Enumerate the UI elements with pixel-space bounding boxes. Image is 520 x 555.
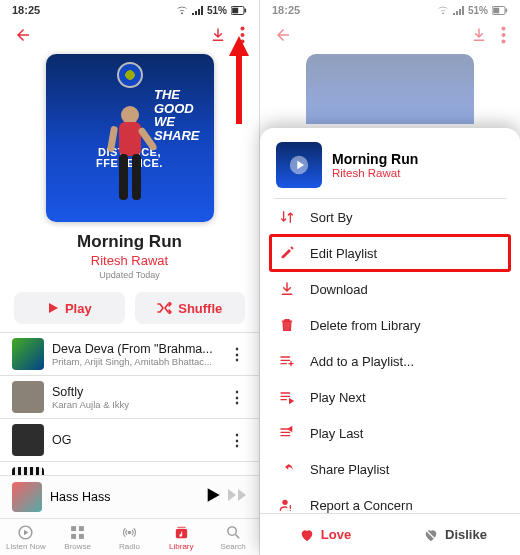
- nav-label: Search: [220, 542, 245, 551]
- more-button[interactable]: [240, 26, 245, 44]
- status-right: 51%: [437, 5, 508, 16]
- sheet-header: Morning Run Ritesh Rawat: [260, 128, 520, 198]
- nav-browse[interactable]: Browse: [52, 519, 104, 555]
- play-label: Play: [65, 301, 92, 316]
- love-label: Love: [321, 527, 351, 542]
- play-controls: Play Shuffle: [14, 292, 245, 324]
- back-button[interactable]: [14, 26, 32, 44]
- nav-label: Library: [169, 542, 193, 551]
- playlist-header: [0, 20, 259, 48]
- share-icon: [278, 461, 296, 477]
- cover-text: SHARE: [154, 129, 200, 143]
- play-next-icon: [278, 389, 296, 405]
- battery-icon: [231, 6, 247, 15]
- love-button[interactable]: Love: [260, 514, 390, 555]
- cover-text: GOOD: [154, 102, 200, 116]
- menu-delete[interactable]: Delete from Library: [260, 307, 520, 343]
- track-title: OG: [52, 433, 219, 447]
- mini-next-button[interactable]: [227, 488, 247, 506]
- dislike-button[interactable]: Dislike: [390, 514, 520, 555]
- wifi-icon: [176, 6, 188, 15]
- track-title: Deva Deva (From "Brahma...: [52, 342, 219, 356]
- nav-library[interactable]: Library: [155, 519, 207, 555]
- sheet-author[interactable]: Ritesh Rawat: [332, 167, 418, 179]
- report-icon: [278, 497, 296, 513]
- menu-play-next[interactable]: Play Next: [260, 379, 520, 415]
- svg-rect-13: [177, 527, 186, 528]
- download-button[interactable]: [210, 27, 226, 43]
- trash-icon: [278, 317, 296, 333]
- menu-label: Share Playlist: [310, 462, 389, 477]
- bottom-nav: Listen Now Browse Radio Library Search: [0, 518, 259, 555]
- action-sheet: Morning Run Ritesh Rawat Sort By Edit Pl…: [260, 128, 520, 555]
- search-icon: [225, 524, 242, 541]
- track-row[interactable]: OG ⋮: [0, 418, 259, 461]
- screen-action-sheet: 18:25 51%: [260, 0, 520, 555]
- download-button[interactable]: [471, 27, 487, 43]
- status-battery: 51%: [207, 5, 227, 16]
- track-art: [12, 381, 44, 413]
- menu-play-last[interactable]: Play Last: [260, 415, 520, 451]
- track-list[interactable]: Deva Deva (From "Brahma...Pritam, Arijit…: [0, 332, 259, 475]
- track-more-button[interactable]: ⋮: [227, 431, 247, 450]
- track-subtitle: Pritam, Arijit Singh, Amitabh Bhattac...: [52, 356, 219, 367]
- status-time: 18:25: [12, 4, 40, 16]
- play-overlay-icon: [276, 142, 322, 188]
- menu-report[interactable]: Report a Concern: [260, 487, 520, 513]
- track-more-button[interactable]: ⋮: [227, 345, 247, 364]
- nav-listen-now[interactable]: Listen Now: [0, 519, 52, 555]
- track-row[interactable]: SoftlyKaran Aujla & Ikky ⋮: [0, 375, 259, 418]
- menu-edit-playlist[interactable]: Edit Playlist: [270, 235, 510, 271]
- menu-label: Report a Concern: [310, 498, 413, 513]
- play-button[interactable]: Play: [14, 292, 125, 324]
- mini-title: Hass Hass: [50, 490, 197, 504]
- shuffle-label: Shuffle: [178, 301, 222, 316]
- menu-label: Delete from Library: [310, 318, 421, 333]
- menu-sort-by[interactable]: Sort By: [260, 199, 520, 235]
- menu-label: Add to a Playlist...: [310, 354, 414, 369]
- svg-point-18: [502, 27, 506, 31]
- svg-point-5: [241, 40, 245, 44]
- play-last-icon: [278, 425, 296, 441]
- signal-icon: [192, 6, 203, 15]
- nav-radio[interactable]: Radio: [104, 519, 156, 555]
- svg-point-11: [128, 531, 132, 535]
- shuffle-icon: [157, 302, 172, 314]
- library-icon: [173, 524, 190, 541]
- play-circle-icon: [17, 524, 34, 541]
- menu-add-playlist[interactable]: Add to a Playlist...: [260, 343, 520, 379]
- nav-label: Browse: [64, 542, 91, 551]
- download-icon: [278, 281, 296, 297]
- svg-rect-1: [232, 7, 238, 13]
- sheet-cover[interactable]: [276, 142, 322, 188]
- playlist-cover[interactable]: THE GOOD WE SHARE DISTANCE, FFERENCE.: [46, 54, 214, 222]
- menu-download[interactable]: Download: [260, 271, 520, 307]
- playlist-info: THE GOOD WE SHARE DISTANCE, FFERENCE. Mo…: [0, 48, 259, 282]
- shuffle-button[interactable]: Shuffle: [135, 292, 246, 324]
- more-button[interactable]: [501, 26, 506, 44]
- battery-icon: [492, 6, 508, 15]
- svg-rect-16: [493, 7, 499, 13]
- track-more-button[interactable]: ⋮: [227, 388, 247, 407]
- playlist-updated: Updated Today: [99, 270, 159, 280]
- track-row[interactable]: Scars: [0, 461, 259, 475]
- heart-slash-icon: [423, 527, 439, 543]
- mini-play-button[interactable]: [205, 487, 221, 507]
- back-button[interactable]: [274, 26, 292, 44]
- nav-search[interactable]: Search: [207, 519, 259, 555]
- playlist-author[interactable]: Ritesh Rawat: [91, 253, 168, 268]
- status-battery: 51%: [468, 5, 488, 16]
- svg-rect-17: [506, 8, 508, 12]
- mini-player[interactable]: Hass Hass: [0, 475, 259, 518]
- radio-icon: [121, 524, 138, 541]
- edit-icon: [278, 245, 296, 261]
- screen-playlist: 18:25 51%: [0, 0, 260, 555]
- track-art: [12, 467, 44, 475]
- svg-rect-7: [71, 526, 76, 531]
- track-row[interactable]: Deva Deva (From "Brahma...Pritam, Arijit…: [0, 332, 259, 375]
- menu-label: Edit Playlist: [310, 246, 377, 261]
- menu-share[interactable]: Share Playlist: [260, 451, 520, 487]
- signal-icon: [453, 6, 464, 15]
- dislike-label: Dislike: [445, 527, 487, 542]
- playlist-add-icon: [278, 353, 296, 369]
